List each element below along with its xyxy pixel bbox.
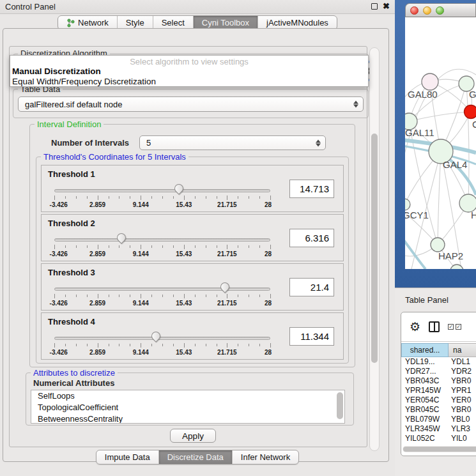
scrollbar-thumb[interactable] bbox=[403, 447, 476, 452]
threshold-4-label: Threshold 4 bbox=[48, 317, 95, 326]
popup-item-manual-discretization[interactable]: Manual Discretization bbox=[10, 66, 368, 77]
select-columns-icon[interactable]: ✓ ✓ bbox=[448, 324, 461, 330]
table-row[interactable]: YPR145WYPR1 bbox=[401, 386, 476, 395]
threshold-1-slider[interactable]: -3.426 2.859 9.144 15.43 21.715 28 bbox=[54, 183, 270, 209]
slider-track[interactable] bbox=[54, 337, 270, 340]
apply-button[interactable]: Apply bbox=[170, 429, 216, 443]
tab-jactivemnodules[interactable]: jActiveMNodules bbox=[258, 16, 337, 29]
node-table: ⚙ ✓ ✓ shared... na YDL19...YDL1 YDR27...… bbox=[401, 312, 476, 456]
threshold-3-value-field[interactable]: 21.4 bbox=[289, 278, 334, 296]
minimize-traffic-light-icon[interactable] bbox=[423, 6, 431, 15]
network-desktop-background: GAL80 GA C GAL11 GAL4 GCY1 H HAP2 bbox=[395, 0, 476, 288]
slider-scale: -3.426 2.859 9.144 15.43 21.715 28 bbox=[54, 201, 270, 209]
slider-thumb[interactable] bbox=[150, 330, 162, 342]
threshold-2-value-field[interactable]: 6.316 bbox=[289, 229, 334, 247]
node-label-gal4: GAL4 bbox=[443, 159, 467, 170]
number-of-intervals-value: 5 bbox=[146, 138, 151, 148]
node-label-gal11: GAL11 bbox=[405, 127, 434, 138]
checkbox-icon: ✓ bbox=[448, 324, 454, 330]
network-window: GAL80 GA C GAL11 GAL4 GCY1 H HAP2 bbox=[405, 3, 476, 269]
slider-thumb[interactable] bbox=[219, 280, 231, 293]
list-item-selfloops[interactable]: SelfLoops bbox=[31, 390, 344, 402]
numerical-attributes-list[interactable]: SelfLoops TopologicalCoefficient Between… bbox=[31, 390, 345, 424]
zoom-traffic-light-icon[interactable] bbox=[436, 6, 444, 15]
gear-icon[interactable]: ⚙ bbox=[410, 321, 420, 333]
table-row[interactable]: YIL052CYIL0 bbox=[401, 434, 476, 442]
threshold-4-value-field[interactable]: 11.344 bbox=[289, 327, 334, 346]
table-row[interactable]: YBL079WYBL0 bbox=[401, 415, 476, 424]
network-icon bbox=[66, 19, 75, 27]
node-hap2[interactable] bbox=[431, 238, 445, 252]
number-of-intervals-label: Number of Intervals bbox=[49, 138, 132, 148]
table-row[interactable]: YBR045CYBR0 bbox=[401, 405, 476, 415]
list-item-betweennesscentrality[interactable]: BetweennessCentrality bbox=[31, 413, 344, 424]
algorithm-dropdown-popup: Select algorithm to view settings Manual… bbox=[10, 55, 369, 87]
panel-title: Control Panel bbox=[0, 2, 56, 12]
node-label-gcy1: GCY1 bbox=[405, 210, 429, 220]
slider-track[interactable] bbox=[54, 238, 270, 242]
float-window-icon[interactable] bbox=[371, 3, 378, 10]
threshold-3-slider[interactable]: -3.426 2.859 9.144 15.43 21.715 28 bbox=[54, 282, 270, 307]
threshold-1-value-field[interactable]: 14.713 bbox=[289, 180, 334, 198]
slider-ticks bbox=[54, 342, 270, 348]
slider-ticks bbox=[54, 293, 270, 299]
column-header-name[interactable]: na bbox=[449, 343, 476, 357]
slider-track[interactable] bbox=[54, 288, 270, 291]
table-data-combobox[interactable]: galFiltered.sif default node bbox=[18, 96, 364, 112]
tab-select[interactable]: Select bbox=[153, 16, 194, 29]
tab-discretize-data[interactable]: Discretize Data bbox=[159, 450, 233, 464]
table-row[interactable]: YDL19...YDL1 bbox=[401, 357, 476, 367]
control-panel-titlebar: Control Panel ✖ bbox=[0, 0, 395, 14]
popup-item-equal-width-frequency[interactable]: Equal Width/Frequency Discretization bbox=[10, 77, 368, 87]
threshold-4-panel: Threshold 4 -3.426 2.859 9.144 15.43 21.… bbox=[41, 312, 344, 360]
slider-scale: -3.426 2.859 9.144 15.43 21.715 28 bbox=[54, 349, 270, 357]
table-header-row: shared... na bbox=[401, 343, 476, 357]
tab-network[interactable]: Network bbox=[58, 16, 118, 29]
panel-vertical-scrollbar[interactable] bbox=[369, 47, 380, 451]
node-selected-red[interactable] bbox=[464, 105, 476, 119]
table-horizontal-scrollbar[interactable] bbox=[403, 446, 476, 452]
table-body: YDL19...YDL1 YDR27...YDR2 YBR043CYBR0 YP… bbox=[401, 357, 476, 442]
tab-infer-network[interactable]: Infer Network bbox=[233, 450, 298, 464]
tab-cyni-toolbox[interactable]: Cyni Toolbox bbox=[194, 16, 258, 29]
table-row[interactable]: YLR345WYLR3 bbox=[401, 424, 476, 434]
node-gal80[interactable] bbox=[422, 73, 438, 90]
threshold-4-slider[interactable]: -3.426 2.859 9.144 15.43 21.715 28 bbox=[54, 331, 270, 357]
table-row[interactable]: YER054CYER0 bbox=[401, 395, 476, 405]
threshold-1-label: Threshold 1 bbox=[48, 169, 95, 179]
close-icon[interactable]: ✖ bbox=[383, 3, 390, 10]
tab-style[interactable]: Style bbox=[118, 16, 153, 29]
number-of-intervals-combobox[interactable]: 5 bbox=[139, 135, 326, 150]
slider-ticks bbox=[54, 244, 270, 250]
threshold-2-slider[interactable]: -3.426 2.859 9.144 15.43 21.715 28 bbox=[54, 233, 270, 258]
interval-definition-label: Interval Definition bbox=[35, 119, 104, 129]
list-item-topologicalcoefficient[interactable]: TopologicalCoefficient bbox=[31, 402, 344, 413]
combo-arrows-icon bbox=[353, 101, 358, 108]
table-row[interactable]: YBR043CYBR0 bbox=[401, 376, 476, 386]
slider-ticks bbox=[54, 195, 270, 201]
columns-icon[interactable] bbox=[429, 321, 440, 332]
slider-thumb[interactable] bbox=[115, 231, 128, 244]
node-gcy1[interactable] bbox=[405, 199, 410, 210]
network-window-titlebar[interactable] bbox=[405, 3, 476, 17]
attributes-list-scrollbar[interactable] bbox=[337, 392, 343, 419]
node-label-partial-ga: GA bbox=[469, 89, 476, 100]
close-traffic-light-icon[interactable] bbox=[410, 6, 418, 15]
numerical-attributes-label: Numerical Attributes bbox=[31, 378, 117, 388]
attributes-group-label: Attributes to discretize bbox=[31, 368, 118, 378]
column-header-shared-name[interactable]: shared... bbox=[401, 343, 449, 357]
checkbox-icon: ✓ bbox=[456, 324, 461, 330]
scrollbar-thumb[interactable] bbox=[371, 134, 378, 363]
network-graph: GAL80 GA C GAL11 GAL4 GCY1 H HAP2 bbox=[405, 17, 476, 269]
slider-track[interactable] bbox=[54, 189, 270, 192]
slider-thumb[interactable] bbox=[173, 182, 185, 195]
tab-impute-data[interactable]: Impute Data bbox=[96, 450, 159, 464]
network-canvas[interactable]: GAL80 GA C GAL11 GAL4 GCY1 H HAP2 bbox=[405, 17, 476, 269]
slider-scale: -3.426 2.859 9.144 15.43 21.715 28 bbox=[54, 250, 270, 258]
threshold-2-panel: Threshold 2 -3.426 2.859 9.144 15.43 21.… bbox=[41, 214, 344, 261]
threshold-2-label: Threshold 2 bbox=[48, 219, 95, 228]
threshold-3-panel: Threshold 3 -3.426 2.859 9.144 15.43 21.… bbox=[41, 263, 344, 311]
table-panel-title: Table Panel bbox=[395, 288, 476, 305]
node-label-hap2: HAP2 bbox=[438, 250, 463, 261]
table-row[interactable]: YDR27...YDR2 bbox=[401, 367, 476, 376]
